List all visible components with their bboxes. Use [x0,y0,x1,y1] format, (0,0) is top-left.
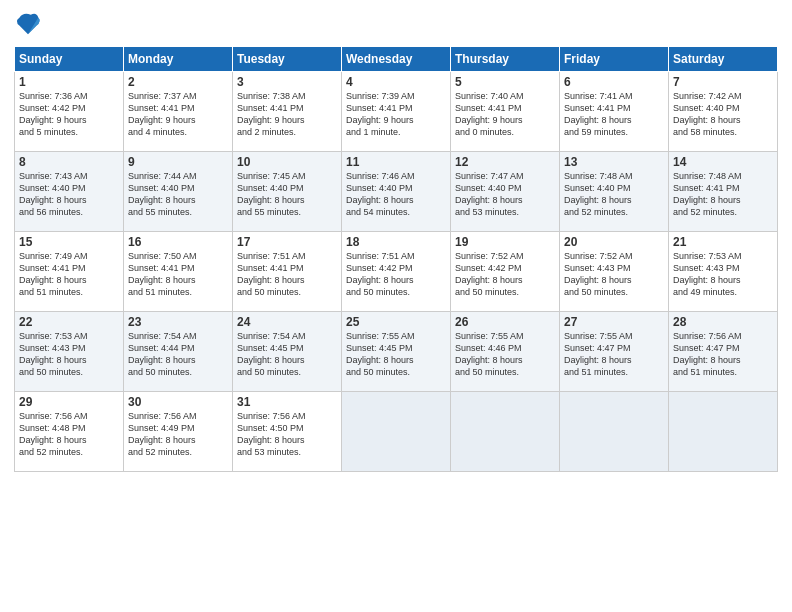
day-cell: 13Sunrise: 7:48 AM Sunset: 4:40 PM Dayli… [560,152,669,232]
logo-icon [14,10,42,38]
day-cell: 28Sunrise: 7:56 AM Sunset: 4:47 PM Dayli… [669,312,778,392]
day-cell: 8Sunrise: 7:43 AM Sunset: 4:40 PM Daylig… [15,152,124,232]
column-header-tuesday: Tuesday [233,47,342,72]
day-info: Sunrise: 7:56 AM Sunset: 4:50 PM Dayligh… [237,410,337,459]
day-info: Sunrise: 7:51 AM Sunset: 4:41 PM Dayligh… [237,250,337,299]
day-number: 28 [673,315,773,329]
day-number: 11 [346,155,446,169]
day-info: Sunrise: 7:45 AM Sunset: 4:40 PM Dayligh… [237,170,337,219]
day-cell: 6Sunrise: 7:41 AM Sunset: 4:41 PM Daylig… [560,72,669,152]
day-info: Sunrise: 7:56 AM Sunset: 4:47 PM Dayligh… [673,330,773,379]
day-number: 3 [237,75,337,89]
day-cell [342,392,451,472]
day-cell [669,392,778,472]
day-info: Sunrise: 7:43 AM Sunset: 4:40 PM Dayligh… [19,170,119,219]
day-cell: 23Sunrise: 7:54 AM Sunset: 4:44 PM Dayli… [124,312,233,392]
day-cell: 9Sunrise: 7:44 AM Sunset: 4:40 PM Daylig… [124,152,233,232]
day-number: 17 [237,235,337,249]
day-number: 29 [19,395,119,409]
day-info: Sunrise: 7:44 AM Sunset: 4:40 PM Dayligh… [128,170,228,219]
day-number: 22 [19,315,119,329]
day-number: 13 [564,155,664,169]
column-header-saturday: Saturday [669,47,778,72]
day-number: 15 [19,235,119,249]
day-info: Sunrise: 7:56 AM Sunset: 4:48 PM Dayligh… [19,410,119,459]
day-number: 2 [128,75,228,89]
day-number: 21 [673,235,773,249]
day-info: Sunrise: 7:39 AM Sunset: 4:41 PM Dayligh… [346,90,446,139]
header-row: SundayMondayTuesdayWednesdayThursdayFrid… [15,47,778,72]
day-info: Sunrise: 7:53 AM Sunset: 4:43 PM Dayligh… [19,330,119,379]
day-cell: 11Sunrise: 7:46 AM Sunset: 4:40 PM Dayli… [342,152,451,232]
day-info: Sunrise: 7:41 AM Sunset: 4:41 PM Dayligh… [564,90,664,139]
day-info: Sunrise: 7:56 AM Sunset: 4:49 PM Dayligh… [128,410,228,459]
day-info: Sunrise: 7:54 AM Sunset: 4:44 PM Dayligh… [128,330,228,379]
day-number: 8 [19,155,119,169]
day-info: Sunrise: 7:51 AM Sunset: 4:42 PM Dayligh… [346,250,446,299]
day-number: 4 [346,75,446,89]
day-cell: 29Sunrise: 7:56 AM Sunset: 4:48 PM Dayli… [15,392,124,472]
day-info: Sunrise: 7:40 AM Sunset: 4:41 PM Dayligh… [455,90,555,139]
day-cell [560,392,669,472]
day-cell: 17Sunrise: 7:51 AM Sunset: 4:41 PM Dayli… [233,232,342,312]
day-number: 31 [237,395,337,409]
day-cell: 25Sunrise: 7:55 AM Sunset: 4:45 PM Dayli… [342,312,451,392]
day-cell: 3Sunrise: 7:38 AM Sunset: 4:41 PM Daylig… [233,72,342,152]
day-number: 5 [455,75,555,89]
day-number: 9 [128,155,228,169]
day-cell: 1Sunrise: 7:36 AM Sunset: 4:42 PM Daylig… [15,72,124,152]
logo [14,10,44,38]
day-cell: 19Sunrise: 7:52 AM Sunset: 4:42 PM Dayli… [451,232,560,312]
day-cell: 31Sunrise: 7:56 AM Sunset: 4:50 PM Dayli… [233,392,342,472]
day-number: 23 [128,315,228,329]
day-number: 25 [346,315,446,329]
day-cell: 27Sunrise: 7:55 AM Sunset: 4:47 PM Dayli… [560,312,669,392]
week-row-4: 22Sunrise: 7:53 AM Sunset: 4:43 PM Dayli… [15,312,778,392]
day-cell [451,392,560,472]
day-number: 27 [564,315,664,329]
header [14,10,778,38]
day-number: 24 [237,315,337,329]
day-number: 19 [455,235,555,249]
day-info: Sunrise: 7:55 AM Sunset: 4:46 PM Dayligh… [455,330,555,379]
day-number: 16 [128,235,228,249]
day-cell: 7Sunrise: 7:42 AM Sunset: 4:40 PM Daylig… [669,72,778,152]
day-info: Sunrise: 7:47 AM Sunset: 4:40 PM Dayligh… [455,170,555,219]
day-number: 12 [455,155,555,169]
day-number: 30 [128,395,228,409]
day-number: 1 [19,75,119,89]
day-number: 26 [455,315,555,329]
day-info: Sunrise: 7:52 AM Sunset: 4:43 PM Dayligh… [564,250,664,299]
calendar-table: SundayMondayTuesdayWednesdayThursdayFrid… [14,46,778,472]
day-info: Sunrise: 7:37 AM Sunset: 4:41 PM Dayligh… [128,90,228,139]
day-cell: 18Sunrise: 7:51 AM Sunset: 4:42 PM Dayli… [342,232,451,312]
day-cell: 24Sunrise: 7:54 AM Sunset: 4:45 PM Dayli… [233,312,342,392]
column-header-sunday: Sunday [15,47,124,72]
day-number: 14 [673,155,773,169]
day-cell: 15Sunrise: 7:49 AM Sunset: 4:41 PM Dayli… [15,232,124,312]
day-number: 7 [673,75,773,89]
main-container: SundayMondayTuesdayWednesdayThursdayFrid… [0,0,792,482]
day-cell: 16Sunrise: 7:50 AM Sunset: 4:41 PM Dayli… [124,232,233,312]
day-info: Sunrise: 7:50 AM Sunset: 4:41 PM Dayligh… [128,250,228,299]
day-number: 10 [237,155,337,169]
week-row-5: 29Sunrise: 7:56 AM Sunset: 4:48 PM Dayli… [15,392,778,472]
day-cell: 21Sunrise: 7:53 AM Sunset: 4:43 PM Dayli… [669,232,778,312]
day-cell: 10Sunrise: 7:45 AM Sunset: 4:40 PM Dayli… [233,152,342,232]
day-info: Sunrise: 7:42 AM Sunset: 4:40 PM Dayligh… [673,90,773,139]
day-cell: 14Sunrise: 7:48 AM Sunset: 4:41 PM Dayli… [669,152,778,232]
day-cell: 2Sunrise: 7:37 AM Sunset: 4:41 PM Daylig… [124,72,233,152]
day-cell: 4Sunrise: 7:39 AM Sunset: 4:41 PM Daylig… [342,72,451,152]
day-cell: 26Sunrise: 7:55 AM Sunset: 4:46 PM Dayli… [451,312,560,392]
day-info: Sunrise: 7:36 AM Sunset: 4:42 PM Dayligh… [19,90,119,139]
day-cell: 30Sunrise: 7:56 AM Sunset: 4:49 PM Dayli… [124,392,233,472]
day-info: Sunrise: 7:55 AM Sunset: 4:45 PM Dayligh… [346,330,446,379]
day-info: Sunrise: 7:54 AM Sunset: 4:45 PM Dayligh… [237,330,337,379]
week-row-1: 1Sunrise: 7:36 AM Sunset: 4:42 PM Daylig… [15,72,778,152]
week-row-3: 15Sunrise: 7:49 AM Sunset: 4:41 PM Dayli… [15,232,778,312]
day-info: Sunrise: 7:38 AM Sunset: 4:41 PM Dayligh… [237,90,337,139]
day-number: 18 [346,235,446,249]
column-header-wednesday: Wednesday [342,47,451,72]
week-row-2: 8Sunrise: 7:43 AM Sunset: 4:40 PM Daylig… [15,152,778,232]
day-info: Sunrise: 7:48 AM Sunset: 4:41 PM Dayligh… [673,170,773,219]
